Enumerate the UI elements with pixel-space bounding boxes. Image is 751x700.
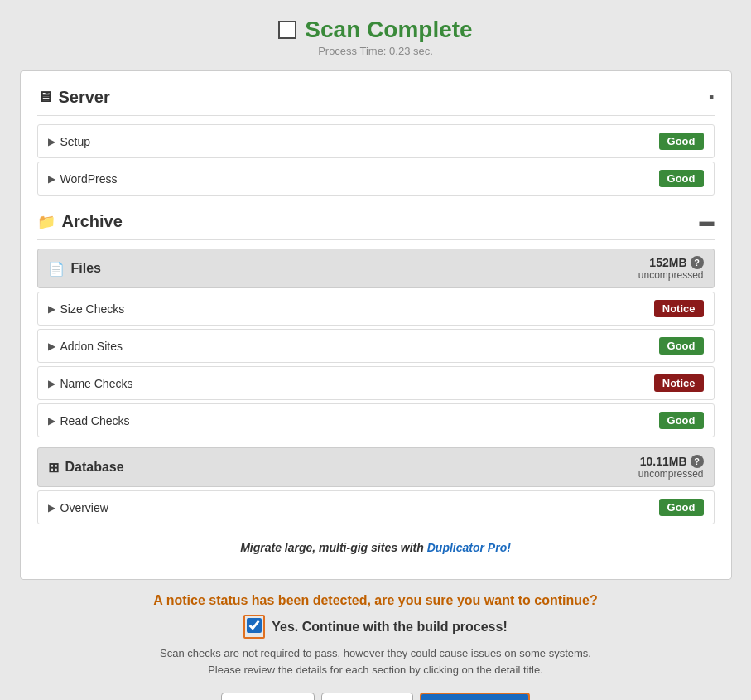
read-checks-badge: Good <box>659 412 704 429</box>
page-title: Scan Complete <box>305 17 472 43</box>
server-section-title: 🖥 Server <box>37 88 110 107</box>
setup-check-row: ▶ Setup Good <box>37 124 715 158</box>
database-help-icon[interactable]: ? <box>691 455 704 468</box>
server-section: 🖥 Server ▪ ▶ Setup Good ▶ WordPress Good <box>37 88 715 196</box>
name-checks-badge: Notice <box>654 374 704 392</box>
wordpress-check-row: ▶ WordPress Good <box>37 162 715 196</box>
addon-sites-row: ▶ Addon Sites Good <box>37 329 715 363</box>
database-icon: ⊞ <box>48 460 59 476</box>
setup-label: Setup <box>60 135 91 148</box>
name-checks-row: ▶ Name Checks Notice <box>37 366 715 400</box>
archive-section: 📁 Archive ▬ 📄 Files 152MB ? uncompressed <box>37 212 715 524</box>
wordpress-label: WordPress <box>60 172 118 186</box>
overview-label: Overview <box>60 501 108 514</box>
overview-row: ▶ Overview Good <box>37 490 715 524</box>
database-subsection: ⊞ Database 10.11MB ? uncompressed ▶ Over… <box>37 447 715 524</box>
archive-action-icon[interactable]: ▬ <box>700 213 715 230</box>
size-checks-badge: Notice <box>654 300 704 317</box>
server-section-header: 🖥 Server ▪ <box>37 88 715 116</box>
setup-badge: Good <box>659 133 704 150</box>
build-button[interactable]: Build ► <box>420 693 530 700</box>
size-checks-row: ▶ Size Checks Notice <box>37 292 715 326</box>
continue-label: Yes. Continue with the build process! <box>272 620 507 635</box>
wordpress-badge: Good <box>659 170 704 187</box>
wordpress-arrow-icon: ▶ <box>48 173 55 185</box>
addon-sites-arrow-icon: ▶ <box>48 340 55 352</box>
duplicator-pro-link[interactable]: Duplicator Pro! <box>427 541 511 554</box>
addon-sites-label: Addon Sites <box>60 340 123 353</box>
files-size-label: uncompressed <box>638 269 704 281</box>
archive-icon: 📁 <box>37 213 55 231</box>
archive-section-header: 📁 Archive ▬ <box>37 212 715 240</box>
buttons-row: ◄ Back Rescan Build ► <box>221 693 530 700</box>
size-checks-arrow-icon: ▶ <box>48 303 55 315</box>
notice-warning: A notice status has been detected, are y… <box>153 593 597 608</box>
page-header: Scan Complete Process Time: 0.23 sec. <box>278 17 472 57</box>
name-checks-arrow-icon: ▶ <box>48 378 55 389</box>
size-checks-label: Size Checks <box>60 302 125 316</box>
overview-arrow-icon: ▶ <box>48 502 55 514</box>
archive-section-title: 📁 Archive <box>37 212 123 231</box>
database-size: 10.11MB <box>640 455 687 468</box>
continue-checkbox[interactable] <box>247 618 262 633</box>
read-checks-row: ▶ Read Checks Good <box>37 403 715 437</box>
files-label: Files <box>71 261 101 276</box>
files-size: 152MB <box>649 256 686 269</box>
back-button[interactable]: ◄ Back <box>221 693 315 700</box>
database-size-label: uncompressed <box>638 468 704 480</box>
database-label: Database <box>65 460 124 475</box>
files-subsection-header: 📄 Files 152MB ? uncompressed <box>37 249 715 288</box>
name-checks-label: Name Checks <box>60 377 133 390</box>
read-checks-arrow-icon: ▶ <box>48 415 55 427</box>
server-action-icon[interactable]: ▪ <box>709 89 714 106</box>
setup-arrow-icon: ▶ <box>48 136 55 147</box>
migrate-text: Migrate large, multi-gig sites with Dupl… <box>37 541 715 554</box>
addon-sites-badge: Good <box>659 337 704 355</box>
rescan-button[interactable]: Rescan <box>321 693 413 700</box>
server-icon: 🖥 <box>37 89 52 106</box>
files-help-icon[interactable]: ? <box>691 256 704 269</box>
process-time: Process Time: 0.23 sec. <box>318 45 433 57</box>
main-card: 🖥 Server ▪ ▶ Setup Good ▶ WordPress Good… <box>20 70 732 580</box>
files-subsection: 📄 Files 152MB ? uncompressed ▶ Size Chec… <box>37 249 715 437</box>
continue-row: Yes. Continue with the build process! <box>243 615 507 639</box>
scan-note: Scan checks are not required to pass, ho… <box>160 645 591 678</box>
continue-checkbox-wrapper <box>243 615 265 639</box>
overview-badge: Good <box>659 499 704 516</box>
bottom-section: A notice status has been detected, are y… <box>20 593 732 700</box>
files-icon: 📄 <box>48 261 65 277</box>
read-checks-label: Read Checks <box>60 414 130 427</box>
database-subsection-header: ⊞ Database 10.11MB ? uncompressed <box>37 447 715 487</box>
scan-complete-icon <box>278 21 296 39</box>
